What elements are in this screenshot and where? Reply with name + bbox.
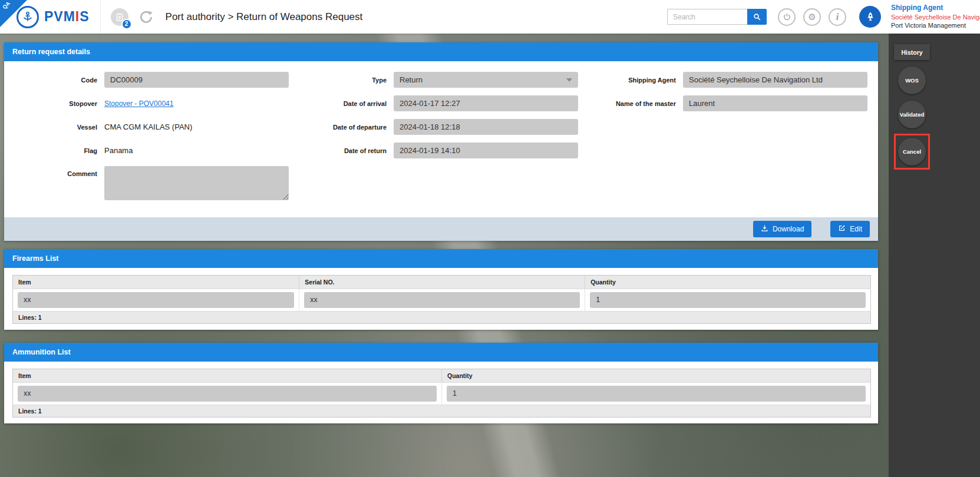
user-role: Shipping Agent bbox=[891, 4, 980, 13]
type-select-value: Return bbox=[400, 75, 423, 84]
settings-icon[interactable]: ⚙ bbox=[803, 8, 821, 26]
user-company: Société Seychelloise De Navigation Ltd bbox=[891, 13, 980, 21]
search-button[interactable] bbox=[747, 9, 767, 25]
shipping-agent-label: Shipping Agent bbox=[583, 77, 683, 84]
main-content: Return request details Code Stopover Sto… bbox=[0, 34, 889, 477]
history-tab[interactable]: History bbox=[894, 44, 930, 60]
vessel-label: Vessel bbox=[4, 124, 104, 131]
return-request-details-panel: Return request details Code Stopover Sto… bbox=[4, 42, 878, 241]
firearms-header-row: Item Serial NO. Quantity bbox=[13, 276, 871, 289]
arrival-date-input[interactable] bbox=[394, 95, 578, 111]
app-root: QA PVMIS 2 Port authority > Return of We… bbox=[0, 0, 980, 477]
qa-corner-label: QA bbox=[1, 1, 11, 11]
type-label: Type bbox=[293, 77, 394, 84]
page-background: Return request details Code Stopover Sto… bbox=[0, 34, 980, 477]
ammunition-header-row: Item Quantity bbox=[13, 369, 871, 383]
details-col-2: Type Return Date of arrival Date of depa… bbox=[293, 72, 583, 208]
download-button[interactable]: Download bbox=[753, 221, 811, 237]
ammunition-col-item: Item bbox=[13, 369, 442, 383]
breadcrumb: Port authority > Return of Weapons Reque… bbox=[166, 11, 363, 23]
departure-date-input[interactable] bbox=[394, 119, 578, 135]
firearms-table: Item Serial NO. Quantity xx xx 1 bbox=[12, 275, 871, 324]
comment-label: Comment bbox=[4, 166, 104, 177]
app-name-pvm: PVM bbox=[44, 9, 75, 24]
arrival-label: Date of arrival bbox=[293, 100, 394, 107]
download-button-label: Download bbox=[773, 225, 804, 233]
firearms-col-quantity: Quantity bbox=[585, 276, 871, 289]
header-quick-icons: 2 bbox=[111, 8, 155, 26]
type-select[interactable]: Return bbox=[394, 72, 578, 88]
details-col-3: Shipping Agent Name of the master bbox=[583, 72, 872, 208]
qa-corner-ribbon: QA bbox=[0, 0, 27, 27]
master-name-label: Name of the master bbox=[583, 100, 683, 107]
edit-button[interactable]: Edit bbox=[830, 221, 870, 237]
notification-badge: 2 bbox=[121, 19, 132, 29]
ammunition-table-wrap: Item Quantity xx 1 Lines bbox=[4, 362, 878, 423]
edit-button-label: Edit bbox=[850, 225, 862, 233]
ammunition-item-cell[interactable]: xx bbox=[18, 386, 437, 402]
firearms-quantity-cell[interactable]: 1 bbox=[590, 292, 866, 308]
search-box bbox=[667, 9, 767, 25]
details-col-1: Code Stopover Stopover - POV00041 Vessel… bbox=[4, 72, 293, 208]
history-item-validated[interactable]: Validated bbox=[898, 101, 926, 128]
vessel-value: CMA CGM KAILAS (PAN) bbox=[104, 122, 192, 131]
chevron-down-icon bbox=[566, 78, 572, 82]
code-input[interactable] bbox=[104, 72, 289, 88]
details-action-bar: Download Edit bbox=[4, 217, 878, 241]
app-name-s: S bbox=[80, 9, 89, 24]
master-name-input[interactable] bbox=[683, 95, 867, 111]
firearms-table-wrap: Item Serial NO. Quantity xx xx 1 bbox=[4, 268, 878, 330]
firearms-item-cell[interactable]: xx bbox=[18, 292, 294, 308]
history-item-cancel[interactable]: Cancel bbox=[898, 138, 926, 165]
firearms-lines-count: Lines: 1 bbox=[13, 312, 871, 324]
app-name: PVMIS bbox=[44, 9, 90, 25]
return-date-input[interactable] bbox=[394, 143, 578, 158]
user-avatar-rocket-icon[interactable] bbox=[859, 6, 881, 28]
history-item-wos[interactable]: WOS bbox=[898, 67, 926, 94]
flag-label: Flag bbox=[4, 147, 104, 154]
refresh-icon[interactable] bbox=[137, 8, 155, 26]
firearms-col-item: Item bbox=[13, 276, 299, 289]
user-organization: Port Victoria Management bbox=[891, 21, 980, 29]
comment-wrap bbox=[104, 166, 289, 200]
firearms-col-serial: Serial NO. bbox=[299, 276, 585, 289]
ammunition-list-panel: Ammunition List Item Quantity xx bbox=[4, 343, 878, 423]
firearms-table-row: xx xx 1 bbox=[13, 289, 871, 312]
firearms-panel-title: Firearms List bbox=[4, 249, 878, 268]
stopover-label: Stopover bbox=[4, 100, 104, 107]
departure-label: Date of departure bbox=[293, 124, 394, 131]
ammunition-table: Item Quantity xx 1 Lines bbox=[12, 369, 871, 418]
details-form: Code Stopover Stopover - POV00041 Vessel… bbox=[4, 61, 878, 217]
return-label: Date of return bbox=[293, 147, 394, 154]
download-icon bbox=[761, 224, 768, 234]
firearms-list-panel: Firearms List Item Serial NO. Quantity bbox=[4, 249, 878, 330]
firearms-footer-row: Lines: 1 bbox=[13, 312, 871, 324]
stopover-link[interactable]: Stopover - POV00041 bbox=[104, 100, 173, 108]
user-info[interactable]: Shipping Agent Société Seychelloise De N… bbox=[889, 4, 980, 29]
comment-textarea[interactable] bbox=[104, 166, 289, 200]
cancel-highlight-box: Cancel bbox=[894, 134, 930, 170]
search-input[interactable] bbox=[667, 9, 747, 25]
flag-value: Panama bbox=[104, 146, 133, 155]
ammunition-panel-title: Ammunition List bbox=[4, 343, 878, 362]
history-sidebar: History WOS Validated Cancel bbox=[889, 34, 980, 477]
info-icon[interactable]: i bbox=[829, 8, 846, 26]
ammunition-quantity-cell[interactable]: 1 bbox=[447, 386, 866, 402]
power-icon[interactable] bbox=[778, 8, 796, 26]
details-panel-title: Return request details bbox=[4, 42, 878, 61]
code-label: Code bbox=[4, 77, 104, 84]
ammunition-footer-row: Lines: 1 bbox=[13, 405, 871, 418]
edit-icon bbox=[838, 224, 846, 234]
shipping-agent-input[interactable] bbox=[683, 72, 867, 88]
header-right-tools: ⚙ i Shipping Agent Société Seychelloise … bbox=[667, 4, 980, 29]
top-header: QA PVMIS 2 Port authority > Return of We… bbox=[0, 0, 980, 34]
ammunition-col-quantity: Quantity bbox=[442, 369, 871, 383]
ammunition-lines-count: Lines: 1 bbox=[13, 405, 871, 418]
firearms-serial-cell[interactable]: xx bbox=[304, 292, 580, 308]
ammunition-table-row: xx 1 bbox=[13, 383, 871, 405]
requests-form-icon[interactable]: 2 bbox=[111, 8, 128, 26]
